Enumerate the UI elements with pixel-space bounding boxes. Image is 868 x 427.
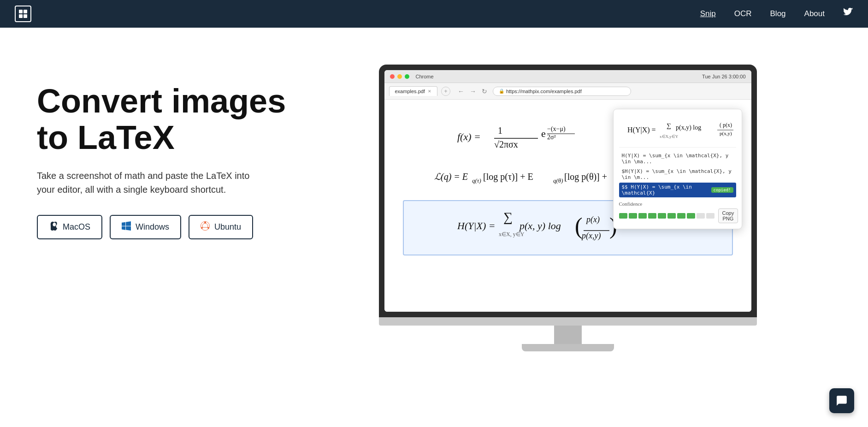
svg-text:√2πσx: √2πσx: [494, 139, 518, 149]
svg-text:[log p(θ)] +: [log p(θ)] +: [564, 172, 607, 182]
lock-icon: 🔒: [499, 89, 504, 94]
svg-text:f(x) =: f(x) =: [457, 131, 481, 142]
confidence-bars: [619, 213, 714, 219]
svg-text:[log p(τ)] + E: [log p(τ)] + E: [483, 172, 533, 182]
monitor-inner: Chrome Tue Jun 26 3:00:00 examples.pdf ✕…: [384, 70, 751, 312]
svg-text:q(θ): q(θ): [553, 177, 563, 184]
hero-right: Chrome Tue Jun 26 3:00:00 examples.pdf ✕…: [304, 55, 831, 351]
browser-nav: ← → ↻: [456, 87, 489, 96]
svg-text:p(x,y): p(x,y): [581, 231, 601, 241]
popup-formula-svg: H(Y|X) = ∑ p(x,y) log ( p(x) ) p(x,y) x∈…: [623, 119, 733, 142]
svg-text:H(Y|X) =: H(Y|X) =: [457, 220, 496, 231]
svg-text:x∈X,y∈Y: x∈X,y∈Y: [660, 134, 679, 139]
mac-time: Tue Jun 26 3:00:00: [702, 74, 745, 79]
mac-app-name: Chrome: [416, 74, 434, 79]
windows-label: Windows: [136, 222, 169, 232]
svg-text:H(Y|X) =: H(Y|X) =: [627, 126, 656, 134]
windows-icon: [122, 221, 131, 233]
nav-snip[interactable]: Snip: [700, 9, 716, 18]
svg-text:( p(x) ): ( p(x) ): [720, 122, 733, 128]
chat-button[interactable]: [829, 388, 854, 413]
hero-title: Convert images to LaTeX: [37, 83, 304, 156]
svg-rect-2: [19, 14, 23, 18]
svg-rect-1: [24, 10, 27, 13]
svg-rect-0: [19, 10, 23, 13]
svg-text:−(x−μ): −(x−μ): [547, 125, 566, 133]
svg-point-5: [204, 222, 206, 224]
monitor-bezel: [379, 317, 757, 326]
ubuntu-label: Ubuntu: [214, 222, 241, 232]
svg-text:1: 1: [498, 125, 502, 136]
conf-bar-6: [667, 213, 676, 219]
nav-about[interactable]: About: [804, 9, 825, 18]
svg-rect-3: [24, 14, 27, 18]
monitor-screen: Chrome Tue Jun 26 3:00:00 examples.pdf ✕…: [379, 65, 757, 317]
conf-bar-4: [648, 213, 656, 219]
hero-left: Convert images to LaTeX Take a screensho…: [37, 55, 304, 239]
forward-button[interactable]: →: [468, 87, 478, 96]
nav-blog[interactable]: Blog: [770, 9, 786, 18]
math-content: H(Y|X) = ∑ p(x,y) log ( p(x) ) p(x,y) x∈…: [384, 100, 751, 312]
macos-label: MacOS: [63, 222, 90, 232]
apple-icon: [49, 221, 58, 233]
ubuntu-button[interactable]: Ubuntu: [189, 215, 253, 239]
svg-text:∑: ∑: [503, 210, 513, 224]
copied-badge: copied!: [711, 187, 733, 193]
copy-png-button[interactable]: Copy PNG: [718, 208, 738, 223]
macos-button[interactable]: MacOS: [37, 215, 102, 239]
snip-popup: H(Y|X) = ∑ p(x,y) log ( p(x) ) p(x,y) x∈…: [613, 109, 742, 229]
nav-ocr[interactable]: OCR: [734, 9, 752, 18]
url-text: https://mathpix.com/examples.pdf: [506, 89, 582, 94]
refresh-button[interactable]: ↻: [480, 87, 489, 96]
monitor: Chrome Tue Jun 26 3:00:00 examples.pdf ✕…: [379, 65, 757, 351]
mac-dot-red: [390, 74, 395, 79]
hero-subtitle: Take a screenshot of math and paste the …: [37, 169, 267, 196]
mac-dot-green: [405, 74, 409, 79]
hero-buttons: MacOS Windows: [37, 215, 304, 239]
address-bar[interactable]: 🔒 https://mathpix.com/examples.pdf: [493, 87, 631, 96]
browser-bar: examples.pdf ✕ + ← → ↻ 🔒 https://mathpix…: [384, 83, 751, 100]
confidence-label: Confidence: [619, 201, 736, 207]
monitor-neck: [554, 326, 582, 344]
back-button[interactable]: ←: [456, 87, 466, 96]
popup-option-2[interactable]: $H(Y|X) = \sum_{x \in \mathcal{X}, y \in…: [619, 167, 736, 182]
conf-bar-5: [658, 213, 666, 219]
browser-tab[interactable]: examples.pdf ✕: [389, 86, 437, 96]
mac-dot-yellow: [397, 74, 402, 79]
twitter-icon[interactable]: [843, 10, 853, 20]
nav-links: Snip OCR Blog About: [700, 8, 853, 20]
popup-option-3[interactable]: $$ H(Y|X) = \sum_{x \in \mathcal{X} copi…: [619, 183, 736, 197]
svg-text:e: e: [541, 128, 546, 139]
popup-confidence: Confidence: [619, 201, 736, 223]
conf-bar-3: [638, 213, 647, 219]
tab-label: examples.pdf: [395, 89, 425, 94]
conf-bar-7: [677, 213, 685, 219]
mac-titlebar: Chrome Tue Jun 26 3:00:00: [384, 70, 751, 83]
confidence-bar-row: Copy PNG: [619, 208, 736, 223]
svg-text:∑: ∑: [667, 122, 671, 129]
svg-text:ℒ(q) = E: ℒ(q) = E: [434, 172, 468, 182]
svg-text:p(x, y) log: p(x, y) log: [519, 220, 561, 231]
svg-text:q(τ): q(τ): [472, 177, 481, 184]
monitor-base: [522, 344, 614, 351]
popup-formula-display: H(Y|X) = ∑ p(x,y) log ( p(x) ) p(x,y) x∈…: [619, 115, 736, 148]
popup-options: H(Y|X) = \sum_{x \in \mathcal{X}, y \in …: [619, 151, 736, 197]
svg-text:p(x,y) log: p(x,y) log: [676, 124, 701, 131]
svg-text:x∈X, y∈Y: x∈X, y∈Y: [499, 231, 525, 237]
conf-bar-9: [697, 213, 705, 219]
selected-option-text: $$ H(Y|X) = \sum_{x \in \mathcal{X}: [622, 184, 711, 196]
new-tab-button[interactable]: +: [441, 87, 450, 96]
popup-option-1[interactable]: H(Y|X) = \sum_{x \in \mathcal{X}, y \in …: [619, 151, 736, 166]
navbar: Snip OCR Blog About: [0, 0, 868, 28]
svg-text:(: (: [575, 213, 583, 239]
hero-section: Convert images to LaTeX Take a screensho…: [0, 28, 868, 427]
conf-bar-1: [619, 213, 627, 219]
logo[interactable]: [15, 6, 31, 22]
conf-bar-10: [706, 213, 714, 219]
tab-close-icon[interactable]: ✕: [428, 89, 431, 94]
ubuntu-icon: [201, 221, 210, 233]
svg-text:p(x): p(x): [585, 215, 600, 225]
svg-text:p(x,y): p(x,y): [720, 130, 732, 136]
windows-button[interactable]: Windows: [110, 215, 181, 239]
conf-bar-2: [629, 213, 637, 219]
